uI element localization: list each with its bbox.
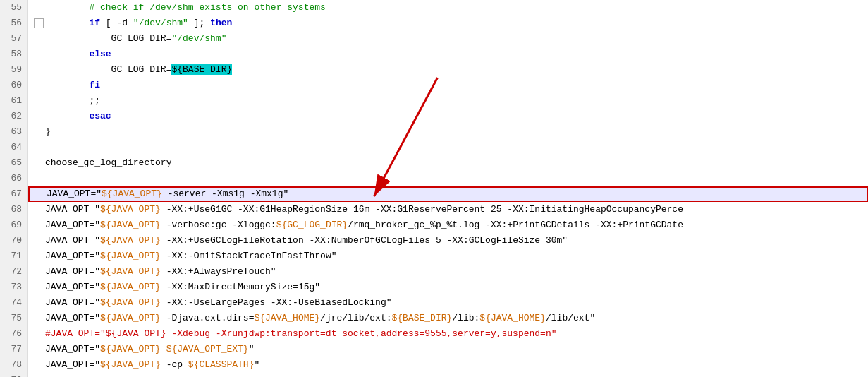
line-content: JAVA_OPT="${JAVA_OPT} -XX:+UseGCLogFileR… (45, 233, 568, 249)
code-line: GC_LOG_DIR=${BASE_DIR} (28, 62, 868, 78)
code-line: JAVA_OPT="${JAVA_OPT} -XX:-OmitStackTrac… (28, 249, 868, 264)
line-number: 56 (6, 16, 22, 31)
code-line (28, 373, 868, 377)
code-line: JAVA_OPT="${JAVA_OPT} ${JAVA_OPT_EXT}" (28, 342, 868, 357)
line-number: 79 (6, 373, 22, 377)
code-line: #JAVA_OPT="${JAVA_OPT} -Xdebug -Xrunjdwp… (28, 326, 868, 342)
line-number: 77 (6, 342, 22, 357)
line-number: 66 (6, 171, 22, 186)
line-content: # check if /dev/shm exists on other syst… (45, 0, 326, 16)
line-number: 61 (6, 93, 22, 109)
line-content: GC_LOG_DIR="/dev/shm" (45, 31, 226, 47)
line-number: 73 (6, 280, 22, 295)
line-content: else (45, 47, 111, 62)
line-content: JAVA_OPT="${JAVA_OPT} -XX:MaxDirectMemor… (45, 280, 320, 295)
line-content: JAVA_OPT="${JAVA_OPT} -XX:-OmitStackTrac… (45, 249, 336, 264)
line-content: fi (45, 78, 100, 93)
line-content: JAVA_OPT="${JAVA_OPT} -XX:-UseLargePages… (45, 295, 392, 311)
code-line: else (28, 47, 868, 62)
line-number: 72 (6, 264, 22, 280)
code-line: JAVA_OPT="${JAVA_OPT} -XX:-UseLargePages… (28, 295, 868, 311)
line-content: } (45, 124, 51, 140)
code-line: JAVA_OPT="${JAVA_OPT} -XX:+UseGCLogFileR… (28, 233, 868, 249)
code-line: fi (28, 78, 868, 93)
code-line (28, 171, 868, 186)
line-number: 69 (6, 217, 22, 233)
code-line: choose_gc_log_directory (28, 155, 868, 171)
code-line: # check if /dev/shm exists on other syst… (28, 0, 868, 16)
code-line: − if [ -d "/dev/shm" ]; then (28, 16, 868, 31)
line-number: 64 (6, 140, 22, 155)
line-content: JAVA_OPT="${JAVA_OPT} -XX:+UseG1GC -XX:G… (45, 202, 683, 217)
code-line: esac (28, 109, 868, 124)
line-number: 76 (6, 326, 22, 342)
code-line: JAVA_OPT="${JAVA_OPT} -verbose:gc -Xlogg… (28, 217, 868, 233)
code-line: GC_LOG_DIR="/dev/shm" (28, 31, 868, 47)
code-line: JAVA_OPT="${JAVA_OPT} -server -Xms1g -Xm… (28, 186, 868, 202)
line-content: ;; (45, 93, 100, 109)
line-content: JAVA_OPT="${JAVA_OPT} -cp ${CLASSPATH}" (45, 357, 259, 373)
line-number: 78 (6, 357, 22, 373)
line-content: esac (45, 109, 111, 124)
code-line: ;; (28, 93, 868, 109)
fold-icon[interactable]: − (34, 18, 44, 28)
line-number: 65 (6, 155, 22, 171)
line-content: JAVA_OPT="${JAVA_OPT} ${JAVA_OPT_EXT}" (45, 342, 255, 357)
line-number: 75 (6, 311, 22, 326)
line-number: 63 (6, 124, 22, 140)
code-line (28, 140, 868, 155)
line-number: 60 (6, 78, 22, 93)
code-line: JAVA_OPT="${JAVA_OPT} -cp ${CLASSPATH}" (28, 357, 868, 373)
line-content: JAVA_OPT="${JAVA_OPT} -XX:+AlwaysPreTouc… (45, 264, 276, 280)
line-number: 62 (6, 109, 22, 124)
code-line: JAVA_OPT="${JAVA_OPT} -Djava.ext.dirs=${… (28, 311, 868, 326)
line-numbers: 5556575859606162636465666768697071727374… (0, 0, 28, 377)
code-line: } (28, 124, 868, 140)
line-number: 59 (6, 62, 22, 78)
line-number: 74 (6, 295, 22, 311)
line-content: #JAVA_OPT="${JAVA_OPT} -Xdebug -Xrunjdwp… (45, 326, 557, 342)
code-line: JAVA_OPT="${JAVA_OPT} -XX:+UseG1GC -XX:G… (28, 202, 868, 217)
code-area[interactable]: # check if /dev/shm exists on other syst… (28, 0, 868, 377)
line-number: 71 (6, 249, 22, 264)
line-number: 55 (6, 0, 22, 16)
line-number: 58 (6, 47, 22, 62)
code-line: JAVA_OPT="${JAVA_OPT} -XX:+AlwaysPreTouc… (28, 264, 868, 280)
line-content: if [ -d "/dev/shm" ]; then (45, 16, 232, 31)
line-number: 57 (6, 31, 22, 47)
line-content: JAVA_OPT="${JAVA_OPT} -Djava.ext.dirs=${… (45, 311, 595, 326)
line-number: 67 (6, 186, 22, 202)
line-number: 68 (6, 202, 22, 217)
line-number: 70 (6, 233, 22, 249)
code-line: JAVA_OPT="${JAVA_OPT} -XX:MaxDirectMemor… (28, 280, 868, 295)
line-content: GC_LOG_DIR=${BASE_DIR} (45, 62, 232, 78)
line-content: JAVA_OPT="${JAVA_OPT} -verbose:gc -Xlogg… (45, 217, 683, 233)
code-container: 5556575859606162636465666768697071727374… (0, 0, 868, 377)
line-content: JAVA_OPT="${JAVA_OPT} -server -Xms1g -Xm… (47, 186, 288, 202)
line-content: choose_gc_log_directory (45, 155, 171, 171)
